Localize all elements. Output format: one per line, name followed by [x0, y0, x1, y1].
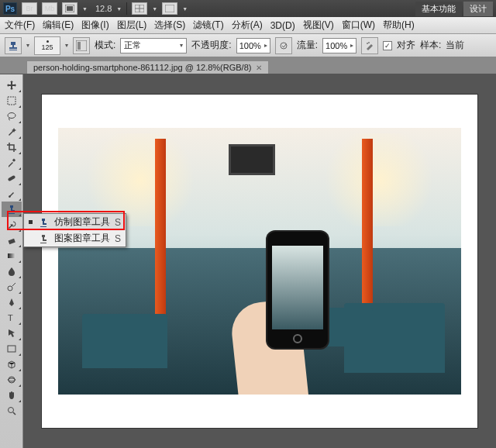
zoom-level[interactable]: 12.8 — [95, 4, 112, 13]
blend-mode-select[interactable]: 正常 ▾ — [120, 38, 187, 53]
svg-point-19 — [8, 286, 12, 291]
tool-preset-arrow[interactable]: ▾ — [26, 42, 29, 49]
tool-wand[interactable] — [2, 124, 22, 140]
tool-heal[interactable] — [2, 171, 22, 186]
crop-icon — [6, 142, 17, 153]
tool-blur[interactable] — [2, 264, 22, 279]
tool-lasso[interactable] — [2, 109, 22, 124]
dropdown-arrow-icon: ▸ — [350, 42, 353, 49]
brush-icon — [6, 188, 17, 199]
flow-input[interactable]: 100% ▸ — [322, 38, 356, 53]
menu-layer[interactable]: 图层(L) — [117, 19, 147, 32]
workspace-essential[interactable]: 基本功能 — [415, 2, 462, 16]
document-tab[interactable]: person-holding-smartphone-861112.jpg @ 1… — [26, 60, 269, 74]
svg-rect-5 — [165, 5, 174, 12]
airbrush-button[interactable] — [361, 37, 378, 54]
tool-gradient[interactable] — [2, 248, 22, 264]
dropdown-arrow-icon: ▸ — [264, 42, 267, 49]
dropdown-arrow-icon[interactable]: ▾ — [65, 42, 68, 49]
dropdown-arrow-icon[interactable]: ▼ — [82, 6, 88, 12]
menu-view[interactable]: 视图(V) — [303, 19, 334, 32]
brush-dot-icon — [46, 40, 49, 43]
flyout-item-shortcut: S — [115, 233, 121, 244]
pressure-opacity-button[interactable] — [275, 37, 292, 54]
flow-value: 100% — [326, 41, 347, 50]
document-image — [58, 128, 461, 395]
menu-edit[interactable]: 编辑(E) — [43, 19, 74, 32]
menu-3d[interactable]: 3D(D) — [270, 20, 295, 31]
stamp-icon — [37, 216, 50, 229]
svg-point-9 — [281, 43, 287, 49]
stamp-icon — [6, 204, 17, 215]
menu-filter[interactable]: 滤镜(T) — [193, 19, 223, 32]
hand-icon — [6, 390, 17, 401]
dropdown-arrow-icon[interactable]: ▼ — [116, 6, 122, 12]
wand-icon — [6, 126, 17, 137]
menu-bar: 文件(F) 编辑(E) 图像(I) 图层(L) 选择(S) 滤镜(T) 分析(A… — [0, 17, 496, 34]
aligned-checkbox[interactable]: ✓ — [383, 41, 392, 50]
history-brush-icon — [6, 219, 17, 230]
brush-panel-button[interactable] — [73, 37, 90, 54]
sample-value[interactable]: 当前 — [446, 39, 464, 52]
tool-type[interactable]: T — [2, 310, 22, 326]
opacity-value: 100% — [239, 41, 261, 50]
stamp-icon — [7, 40, 19, 52]
menu-image[interactable]: 图像(I) — [81, 19, 108, 32]
menu-file[interactable]: 文件(F) — [5, 19, 35, 32]
menu-help[interactable]: 帮助(H) — [383, 19, 415, 32]
tool-stamp[interactable] — [2, 202, 22, 217]
tool-3d-camera[interactable] — [2, 372, 22, 388]
active-indicator-icon — [29, 220, 33, 224]
eyedropper-icon — [6, 157, 17, 168]
arrange-button[interactable] — [132, 2, 147, 15]
brush-preset-picker[interactable]: 125 — [34, 36, 60, 55]
opacity-input[interactable]: 100% ▸ — [236, 38, 270, 53]
bandage-icon — [6, 173, 17, 184]
svg-point-10 — [367, 43, 368, 44]
tool-3d[interactable] — [2, 357, 22, 372]
tool-marquee[interactable] — [2, 93, 22, 109]
dropdown-arrow-icon[interactable]: ▼ — [182, 6, 188, 12]
current-tool-indicator[interactable] — [5, 37, 22, 54]
tool-path-select[interactable] — [2, 326, 22, 341]
move-icon — [6, 80, 17, 91]
flyout-item-clone-stamp[interactable]: 仿制图章工具 S — [24, 214, 126, 230]
bridge-button[interactable]: Br — [22, 2, 37, 15]
minibridge-button[interactable]: Mb — [42, 2, 57, 15]
tool-hand[interactable] — [2, 388, 22, 403]
tool-shape[interactable] — [2, 341, 22, 357]
tool-eraser[interactable] — [2, 233, 22, 248]
view-extras-button[interactable] — [62, 2, 78, 15]
airbrush-icon — [365, 41, 374, 50]
flyout-item-pattern-stamp[interactable]: 图案图章工具 S — [24, 230, 126, 246]
dropdown-arrow-icon[interactable]: ▼ — [152, 6, 157, 12]
tool-eyedropper[interactable] — [2, 155, 22, 171]
svg-rect-14 — [12, 159, 15, 162]
menu-select[interactable]: 选择(S) — [154, 19, 185, 32]
screen-mode-button[interactable] — [162, 2, 177, 15]
tool-zoom[interactable] — [2, 403, 22, 419]
mode-label: 模式: — [95, 39, 115, 52]
blend-mode-value: 正常 — [124, 40, 141, 51]
tool-pen[interactable] — [2, 295, 22, 310]
type-icon: T — [6, 312, 17, 323]
document-tab-bar: person-holding-smartphone-861112.jpg @ 1… — [0, 57, 496, 74]
orbit-icon — [6, 374, 17, 385]
workspace-design[interactable]: 设计 — [463, 2, 493, 16]
close-icon[interactable]: ✕ — [256, 64, 262, 72]
aligned-label: 对齐 — [397, 39, 415, 52]
tool-crop[interactable] — [2, 140, 22, 155]
tablet-icon — [279, 41, 288, 50]
tool-brush[interactable] — [2, 186, 22, 202]
tool-move[interactable] — [2, 78, 22, 93]
tool-history-brush[interactable] — [2, 217, 22, 233]
menu-window[interactable]: 窗口(W) — [342, 19, 375, 32]
canvas-area[interactable] — [23, 74, 496, 448]
menu-analysis[interactable]: 分析(A) — [232, 19, 263, 32]
svg-point-22 — [9, 377, 15, 383]
arrow-icon — [6, 328, 17, 339]
app-icon: Ps — [3, 2, 17, 15]
svg-rect-25 — [40, 226, 46, 227]
dodge-icon — [6, 281, 17, 292]
tool-dodge[interactable] — [2, 279, 22, 295]
